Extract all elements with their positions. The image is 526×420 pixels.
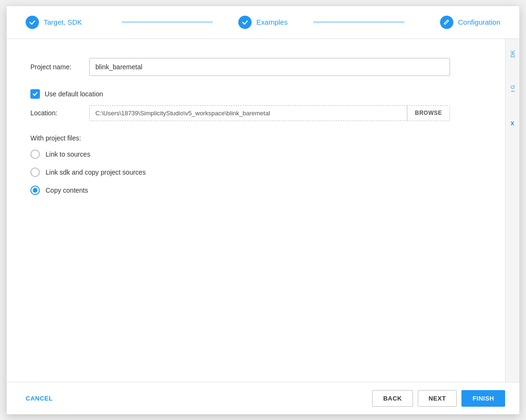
with-project-files-label: With project files: <box>30 134 477 142</box>
radio-label-copy-contents: Copy contents <box>46 187 88 194</box>
radio-label-link-to-sources: Link to sources <box>46 150 90 158</box>
side-panel-item-dk[interactable]: DK <box>509 48 517 59</box>
footer-right: BACK NEXT FINISH <box>372 390 505 407</box>
radio-icon-link-to-sources[interactable] <box>30 149 40 159</box>
project-name-input[interactable] <box>89 58 450 76</box>
radio-link-to-sources[interactable]: Link to sources <box>30 149 477 159</box>
radio-label-link-sdk-copy: Link sdk and copy project sources <box>46 168 146 176</box>
radio-icon-copy-contents[interactable] <box>30 186 40 195</box>
project-files-group: With project files: Link to sources Link… <box>30 134 477 195</box>
step-label-target-sdk: Target, SDK <box>44 18 82 26</box>
radio-copy-contents[interactable]: Copy contents <box>30 186 477 195</box>
main-content: Project name: Use default location Locat… <box>7 39 505 382</box>
footer-left: CANCEL <box>21 391 57 406</box>
cancel-button[interactable]: CANCEL <box>21 391 57 406</box>
finish-button[interactable]: FINISH <box>461 390 505 407</box>
step-label-configuration: Configuration <box>458 18 500 26</box>
back-button[interactable]: BACK <box>372 390 413 407</box>
step-icon-configuration <box>440 16 453 29</box>
wizard-step-target-sdk: Target, SDK <box>26 16 117 29</box>
wizard-step-configuration: Configuration <box>409 16 500 29</box>
main-dialog: Target, SDK Examples Configuration <box>7 6 519 414</box>
browse-button[interactable]: BROWSE <box>407 106 450 121</box>
project-name-group: Project name: <box>30 58 477 76</box>
location-input[interactable] <box>90 106 407 121</box>
use-default-location-label: Use default location <box>45 90 103 98</box>
use-default-location-checkbox[interactable] <box>30 89 40 99</box>
step-label-examples: Examples <box>256 18 288 26</box>
step-icon-target-sdk <box>26 16 39 29</box>
side-panel-item-x[interactable]: x <box>510 117 516 129</box>
next-button[interactable]: NEXT <box>418 390 457 407</box>
dialog-footer: CANCEL BACK NEXT FINISH <box>7 382 519 414</box>
project-name-row: Project name: <box>30 58 477 76</box>
wizard-header: Target, SDK Examples Configuration <box>7 6 519 39</box>
location-label: Location: <box>30 109 83 117</box>
step-connector-2 <box>313 22 404 22</box>
project-name-label: Project name: <box>30 63 83 71</box>
radio-group: Link to sources Link sdk and copy projec… <box>30 149 477 195</box>
step-icon-examples <box>238 16 252 29</box>
radio-link-sdk-copy[interactable]: Link sdk and copy project sources <box>30 168 477 177</box>
radio-icon-link-sdk-copy[interactable] <box>30 168 40 177</box>
side-panel-item-tg[interactable]: t G <box>509 83 517 94</box>
wizard-step-examples: Examples <box>217 16 309 29</box>
side-panel: DK t G x <box>505 39 519 382</box>
use-default-location-row[interactable]: Use default location <box>30 89 477 99</box>
location-input-wrapper: BROWSE <box>89 105 450 121</box>
location-row: Location: BROWSE <box>30 105 477 121</box>
step-connector-1 <box>122 22 213 22</box>
